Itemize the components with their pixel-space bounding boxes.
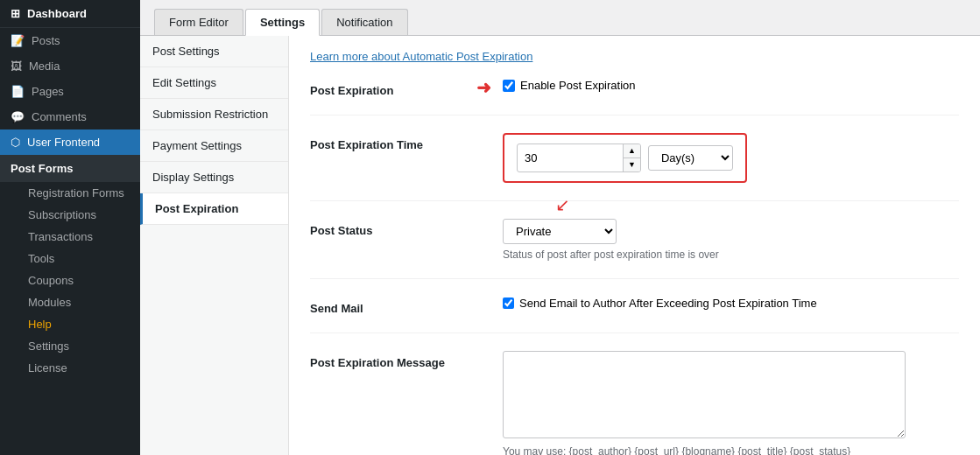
- expiration-unit-select[interactable]: Day(s) Hour(s) Minute(s): [648, 145, 733, 171]
- content-area: Post Settings Edit Settings Submission R…: [140, 36, 980, 455]
- subsidebar-display-settings[interactable]: Display Settings: [140, 162, 288, 193]
- sidebar-item-tools[interactable]: Tools: [18, 248, 140, 270]
- textarea-hint: You may use: {post_author} {post_url} {b…: [503, 445, 959, 455]
- send-mail-label: Send Mail: [310, 297, 503, 315]
- increment-button[interactable]: ▲: [624, 144, 640, 158]
- tab-form-editor[interactable]: Form Editor: [154, 9, 243, 35]
- posts-icon: 📝: [11, 34, 25, 47]
- post-status-select[interactable]: Private Draft Publish Pending: [503, 219, 617, 244]
- sidebar-item-pages[interactable]: 📄 Pages: [0, 79, 140, 104]
- send-mail-control: Send Email to Author After Exceeding Pos…: [503, 297, 959, 310]
- post-status-label: Post Status: [310, 219, 503, 237]
- sidebar-item-subscriptions[interactable]: Subscriptions: [18, 204, 140, 226]
- sidebar-item-post-forms[interactable]: Post Forms: [0, 155, 140, 182]
- post-status-hint: Status of post after post expiration tim…: [503, 248, 959, 261]
- form-content: Learn more about Automatic Post Expirati…: [289, 36, 980, 455]
- enable-post-expiration-row: ➜ Enable Post Expiration: [503, 79, 959, 92]
- arrow-annotation-1: ➜: [476, 77, 491, 98]
- post-expiration-time-control: ▲ ▼ Day(s) Hour(s) Minute(s): [503, 133, 959, 183]
- enable-post-expiration-checkbox-label: Enable Post Expiration: [520, 79, 636, 92]
- post-expiration-row: Post Expiration ➜ Enable Post Expiration: [310, 79, 959, 116]
- expiration-time-input[interactable]: [518, 147, 623, 169]
- post-expiration-time-label: Post Expiration Time: [310, 133, 503, 151]
- post-expiration-message-row: Post Expiration Message You may use: {po…: [310, 351, 959, 455]
- comments-icon: 💬: [11, 110, 25, 123]
- tabs-bar: Form Editor Settings Notification: [140, 0, 980, 36]
- send-mail-checkbox[interactable]: [503, 298, 514, 309]
- subsidebar-post-expiration[interactable]: Post Expiration: [140, 193, 288, 225]
- sidebar-header: ⊞ Dashboard: [0, 0, 140, 28]
- expiration-time-box: ▲ ▼ Day(s) Hour(s) Minute(s): [503, 133, 747, 183]
- sidebar-item-media[interactable]: 🖼 Media: [0, 53, 140, 79]
- post-expiration-time-row: Post Expiration Time ▲ ▼ Day(s) Hour: [310, 133, 959, 201]
- enable-post-expiration-checkbox[interactable]: [503, 80, 515, 92]
- sub-sidebar: Post Settings Edit Settings Submission R…: [140, 36, 289, 455]
- post-expiration-control: ➜ Enable Post Expiration: [503, 79, 959, 92]
- dashboard-icon: ⊞: [11, 7, 20, 20]
- send-mail-checkbox-label: Send Email to Author After Exceeding Pos…: [519, 297, 817, 310]
- subsidebar-edit-settings[interactable]: Edit Settings: [140, 67, 288, 99]
- arrow-annotation-2: ↙: [555, 194, 570, 215]
- sidebar-item-comments[interactable]: 💬 Comments: [0, 104, 140, 130]
- post-forms-label: Post Forms: [11, 162, 74, 175]
- subsidebar-post-settings[interactable]: Post Settings: [140, 36, 288, 67]
- sidebar-item-help[interactable]: Help: [18, 313, 140, 335]
- tab-notification[interactable]: Notification: [321, 9, 407, 35]
- pages-icon: 📄: [11, 85, 25, 98]
- post-expiration-message-control: You may use: {post_author} {post_url} {b…: [503, 351, 959, 455]
- post-expiration-label: Post Expiration: [310, 79, 503, 97]
- sidebar-submenu: Registration Forms Subscriptions Transac…: [0, 182, 140, 379]
- expiration-message-textarea[interactable]: [503, 351, 906, 438]
- send-mail-row: Send Mail Send Email to Author After Exc…: [310, 297, 959, 333]
- send-mail-checkbox-row: Send Email to Author After Exceeding Pos…: [503, 297, 959, 310]
- sidebar-item-settings[interactable]: Settings: [18, 335, 140, 357]
- subsidebar-payment-settings[interactable]: Payment Settings: [140, 130, 288, 162]
- sidebar-item-license[interactable]: License: [18, 357, 140, 379]
- sidebar-item-user-frontend[interactable]: ⬡ User Frontend: [0, 130, 140, 155]
- decrement-button[interactable]: ▼: [624, 158, 640, 172]
- sidebar: ⊞ Dashboard 📝 Posts 🖼 Media 📄 Pages 💬 Co…: [0, 0, 140, 455]
- learn-more-link[interactable]: Learn more about Automatic Post Expirati…: [310, 50, 959, 63]
- user-frontend-icon: ⬡: [11, 136, 20, 149]
- media-icon: 🖼: [11, 60, 22, 73]
- post-status-row: Post Status ↙ Private Draft Publish Pend…: [310, 219, 959, 279]
- sidebar-item-coupons[interactable]: Coupons: [18, 270, 140, 291]
- dashboard-label[interactable]: Dashboard: [27, 7, 87, 20]
- sidebar-item-posts[interactable]: 📝 Posts: [0, 28, 140, 53]
- subsidebar-submission-restriction[interactable]: Submission Restriction: [140, 99, 288, 130]
- number-arrows: ▲ ▼: [623, 144, 640, 172]
- post-status-control: ↙ Private Draft Publish Pending Status o…: [503, 219, 959, 261]
- sidebar-item-registration-forms[interactable]: Registration Forms: [18, 182, 140, 204]
- sidebar-item-modules[interactable]: Modules: [18, 291, 140, 313]
- post-expiration-message-label: Post Expiration Message: [310, 351, 503, 369]
- main-content: Form Editor Settings Notification Post S…: [140, 0, 980, 455]
- expiration-number-wrapper: ▲ ▼: [517, 144, 641, 172]
- tab-settings[interactable]: Settings: [245, 9, 320, 36]
- sidebar-item-transactions[interactable]: Transactions: [18, 226, 140, 248]
